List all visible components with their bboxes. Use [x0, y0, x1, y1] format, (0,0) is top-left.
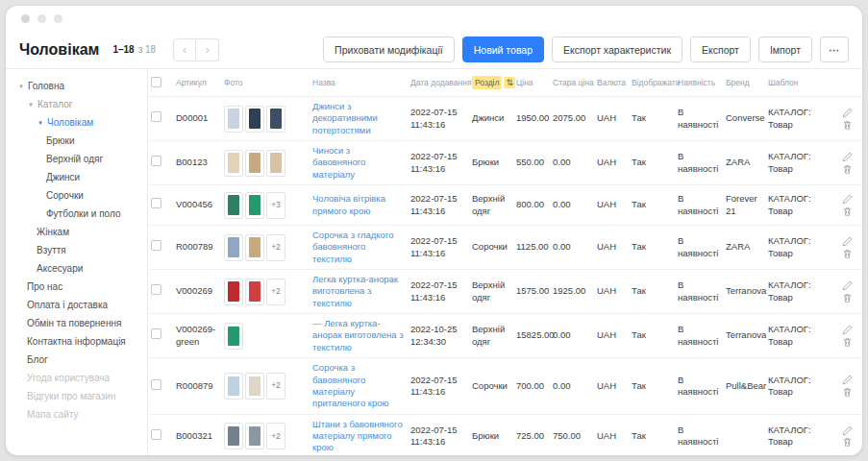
product-stock: В наявності	[678, 235, 718, 257]
table-row[interactable]: V000269 +2 Легка куртка-анорак виготовле…	[148, 270, 862, 314]
sidebar-item[interactable]: Брюки	[6, 132, 147, 150]
table-row[interactable]: B00123 Чиноси з бавовняного матеріалу 20…	[148, 141, 862, 185]
sidebar-item[interactable]: Блог	[6, 351, 147, 369]
sidebar-item[interactable]: ▾ Каталог	[6, 95, 147, 113]
product-brand: ZARA	[726, 157, 750, 167]
row-checkbox[interactable]	[151, 198, 161, 208]
column-header-display[interactable]: Відображати	[629, 69, 675, 97]
delete-icon[interactable]	[842, 387, 853, 398]
sidebar-item[interactable]: Жінкам	[6, 223, 147, 241]
window-minimize-button[interactable]	[37, 14, 46, 23]
app-window: Чоловікам 1–18 з 18 ‹ › Приховати модифі…	[6, 6, 862, 455]
export-button[interactable]: Експорт	[690, 36, 751, 62]
sidebar-item-label: Жінкам	[37, 227, 69, 237]
edit-icon[interactable]	[842, 325, 853, 335]
row-checkbox[interactable]	[151, 429, 161, 440]
column-header-old-price[interactable]: Стара ціна	[550, 69, 594, 97]
product-name-link[interactable]: Сорочка з бавовняного матеріалу притален…	[312, 362, 405, 409]
column-header-date[interactable]: Дата додавання	[408, 69, 469, 97]
column-header-section[interactable]: Розділ ⇅	[469, 69, 513, 97]
sidebar-item[interactable]: Футболки и поло	[6, 205, 147, 223]
product-stock: В наявності	[678, 324, 718, 346]
sidebar-item[interactable]: Взуття	[6, 241, 147, 259]
sidebar-item[interactable]: Контактна інформація	[6, 332, 147, 351]
product-display: Так	[632, 241, 646, 252]
edit-icon[interactable]	[842, 375, 853, 385]
sidebar-item[interactable]: Мапа сайту	[6, 405, 147, 424]
column-header-brand[interactable]: Бренд	[723, 69, 765, 97]
sidebar-item[interactable]: Оплата і доставка	[6, 296, 147, 314]
product-stock: В наявності	[678, 279, 718, 302]
sidebar-item[interactable]: Обмін та повернення	[6, 314, 147, 332]
delete-icon-glyph	[842, 120, 853, 131]
product-name-link[interactable]: Штани з бавовняного матеріалу прямого кр…	[312, 419, 405, 454]
sidebar-item[interactable]: Сорочки	[6, 186, 147, 205]
edit-icon[interactable]	[842, 425, 853, 436]
sidebar-item-label: Взуття	[37, 245, 66, 255]
pagination-next-button[interactable]: ›	[196, 38, 219, 61]
delete-icon[interactable]	[842, 249, 853, 259]
delete-icon[interactable]	[842, 206, 853, 217]
hide-modifications-button[interactable]: Приховати модифікації	[323, 36, 455, 62]
column-header-currency[interactable]: Валюта	[594, 69, 629, 97]
edit-icon[interactable]	[842, 152, 853, 162]
sidebar-item[interactable]: Аксесуари	[6, 259, 147, 278]
sort-icon[interactable]: ⇅	[504, 77, 515, 88]
sidebar-item-label: Блог	[27, 354, 48, 365]
sidebar-item[interactable]: Верхній одяг	[6, 150, 147, 168]
product-name-link[interactable]: Чиноси з бавовняного матеріалу	[312, 145, 405, 181]
export-characteristics-button[interactable]: Експорт характеристик	[552, 36, 682, 62]
edit-icon[interactable]	[842, 108, 853, 118]
column-header-stock[interactable]: Наявність	[675, 69, 723, 97]
product-name-link[interactable]: Легка куртка-анорак виготовлена з тексти…	[312, 274, 405, 309]
edit-icon[interactable]	[842, 194, 853, 205]
row-checkbox[interactable]	[151, 111, 161, 122]
table-row[interactable]: V000456 +3 Чоловіча вітрівка прямого кро…	[148, 185, 862, 226]
sidebar-item[interactable]: Угода користувача	[6, 369, 147, 387]
product-template: КАТАЛОГ: Товар	[768, 193, 811, 215]
delete-icon[interactable]	[842, 120, 853, 131]
pagination-prev-button[interactable]: ‹	[173, 38, 196, 61]
product-name-link[interactable]: Сорочка з гладкого бавовняного текстилю	[312, 230, 405, 265]
sidebar-nav: ▾ Головна ▾ Каталог ▾ Чоловікам Брюки Ве…	[6, 69, 148, 455]
import-button[interactable]: Імпорт	[758, 36, 812, 62]
product-old-price: 1925.00	[553, 285, 585, 296]
window-close-button[interactable]	[21, 14, 30, 23]
sidebar-item[interactable]: ▾ Чоловікам	[6, 113, 147, 132]
delete-icon[interactable]	[842, 437, 853, 448]
sidebar-item[interactable]: Про нас	[6, 278, 147, 296]
product-sku: B000321	[176, 430, 218, 442]
row-checkbox[interactable]	[151, 156, 161, 166]
product-name-link[interactable]: — Легка куртка-анорак виготовлена з текс…	[312, 318, 405, 353]
column-header-sku[interactable]: Артикул	[173, 69, 221, 97]
delete-icon[interactable]	[842, 337, 853, 348]
row-checkbox[interactable]	[151, 328, 161, 339]
delete-icon[interactable]	[842, 164, 853, 175]
row-checkbox[interactable]	[151, 240, 161, 251]
edit-icon[interactable]	[842, 280, 853, 291]
edit-icon[interactable]	[842, 236, 853, 247]
sidebar-item[interactable]: Відгуки про магазин	[6, 387, 147, 405]
select-all-checkbox[interactable]	[151, 77, 161, 87]
more-actions-button[interactable]: ⋯	[820, 36, 849, 62]
column-header-template[interactable]: Шаблон	[765, 69, 813, 97]
table-row[interactable]: B000321 +2 Штани з бавовняного матеріалу…	[148, 414, 862, 455]
column-header-name[interactable]: Назва	[310, 69, 408, 97]
column-header-price[interactable]: Ціна	[513, 69, 550, 97]
column-header-photo[interactable]: Фото	[221, 69, 310, 97]
row-checkbox[interactable]	[151, 284, 161, 295]
new-product-button[interactable]: Новий товар	[462, 36, 544, 62]
row-checkbox[interactable]	[151, 379, 161, 390]
product-name-link[interactable]: Джинси з декоративними потертостями	[312, 101, 405, 136]
window-maximize-button[interactable]	[54, 14, 62, 23]
table-row[interactable]: V000269-green — Легка куртка-анорак виго…	[148, 314, 862, 358]
sidebar-item[interactable]: ▾ Головна	[6, 77, 147, 95]
product-name-link[interactable]: Чоловіча вітрівка прямого крою	[312, 193, 405, 217]
sidebar-item-label: Джинси	[46, 172, 80, 182]
table-row[interactable]: R000879 +2 Сорочка з бавовняного матеріа…	[148, 358, 862, 414]
table-row[interactable]: D00001 Джинси з декоративними потертостя…	[148, 97, 862, 141]
table-row[interactable]: R000789 +2 Сорочка з гладкого бавовняног…	[148, 226, 862, 270]
chevron-down-icon: ▾	[17, 83, 25, 90]
sidebar-item[interactable]: Джинси	[6, 168, 147, 186]
delete-icon[interactable]	[842, 293, 853, 303]
